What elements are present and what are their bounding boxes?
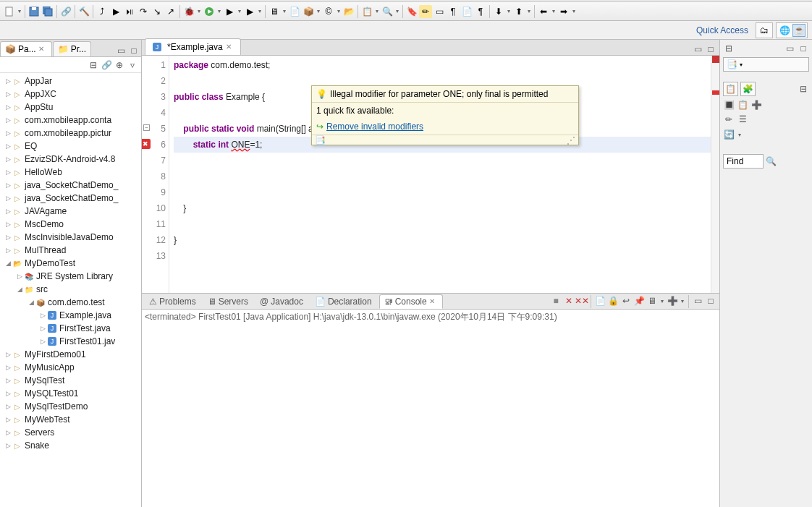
tree-item[interactable]: ◢MyDemoTest [0,257,141,270]
dropdown[interactable]: ▾ [282,5,287,18]
dropdown[interactable]: ▾ [526,5,532,18]
javadoc-tab[interactable]: @Javadoc [255,295,308,308]
tree-item[interactable]: ▷FirstTest01.jav [0,335,141,348]
display-console-button[interactable]: 🖥 [646,295,658,307]
tree-item[interactable]: ▷MulThread [0,244,141,257]
java-perspective[interactable]: ☕ [792,24,805,37]
quick-access-link[interactable]: Quick Access [696,25,748,35]
minimize-button[interactable]: ▭ [115,45,127,56]
tree-item[interactable]: ▷FirstTest.java [0,322,141,335]
twisty-icon[interactable]: ▷ [4,208,12,215]
save-all-button[interactable] [41,5,54,18]
outline-restore-button2[interactable]: 🧩 [740,82,756,96]
overview-ruler[interactable] [711,56,719,293]
tree-item[interactable]: ▷MyWebTest [0,413,141,426]
prev-annotation-button[interactable]: ⬆ [512,5,525,18]
package-explorer-tab[interactable]: 📦 Pa... ✕ [0,41,52,56]
dropdown[interactable]: ▾ [571,5,577,18]
skip-button[interactable]: ⤴ [96,5,109,18]
dropdown[interactable]: ▾ [737,128,743,141]
tree-item[interactable]: ▷com.xmobileapp.conta [0,114,141,127]
project-explorer-tab[interactable]: 📁 Pr... [53,41,91,56]
dropdown[interactable]: ▾ [257,5,263,18]
scroll-lock-button[interactable]: 🔒 [607,295,619,307]
maximize-button[interactable]: □ [128,45,140,56]
back-button[interactable]: ⬅ [537,5,550,18]
dropdown[interactable]: ▾ [551,5,557,18]
dropdown[interactable]: ▾ [659,295,665,308]
tree-item[interactable]: ▷MyMusicApp [0,361,141,374]
tree-item[interactable]: ▷java_SocketChatDemo_ [0,179,141,192]
focus-icon[interactable]: 📑 [315,135,326,145]
twisty-icon[interactable]: ▷ [4,129,12,137]
twisty-icon[interactable]: ▷ [4,103,12,111]
dropdown[interactable]: ▾ [196,5,202,18]
twisty-icon[interactable]: ▷ [4,234,12,241]
open-perspective-button[interactable]: 🗂 [758,24,771,37]
tree-item[interactable]: ◢src [0,283,141,296]
minimize-button[interactable]: ▭ [692,43,703,55]
twisty-icon[interactable]: ▷ [4,351,12,358]
twisty-icon[interactable]: ▷ [4,90,12,98]
remove-launch-button[interactable]: ✕ [563,295,575,307]
outline-restore-button[interactable]: 📑 ▾ [723,57,809,72]
project-tree[interactable]: ▷AppJar▷AppJXC▷AppStu▷com.xmobileapp.con… [0,73,141,507]
tree-item[interactable]: ▷MySqlTest [0,374,141,387]
tree-item[interactable]: ▷AppJXC [0,88,141,101]
tree-item[interactable]: ▷MscDemo [0,218,141,231]
tree-item[interactable]: ▷java_SocketChatDemo_ [0,192,141,205]
tree-item[interactable]: ▷MySqlTestDemo [0,400,141,413]
twisty-icon[interactable]: ▷ [4,364,12,371]
maximize-button[interactable]: □ [705,43,716,55]
tree-item[interactable]: ▷EQ [0,140,141,153]
twisty-icon[interactable]: ▷ [4,377,12,384]
trim-button[interactable]: ☰ [737,114,748,125]
maximize-button[interactable]: □ [705,295,716,307]
open-task-button[interactable]: 📋 [360,5,373,18]
twisty-icon[interactable]: ▷ [4,416,12,423]
new-servlet-button[interactable]: 📄 [288,5,301,18]
dropdown[interactable]: ▾ [506,5,512,18]
twisty-icon[interactable]: ▷ [4,195,12,202]
minimize-button[interactable]: ▭ [692,295,703,307]
tree-item[interactable]: ▷EzvizSDK-Android-v4.8 [0,153,141,166]
minimize-button[interactable]: ▭ [784,43,795,54]
run-last-button[interactable]: ▶ [243,5,256,18]
twisty-icon[interactable]: ▷ [39,325,46,332]
dropdown[interactable]: ▾ [316,5,321,18]
step-button[interactable]: ▶ [109,5,122,18]
tree-item[interactable]: ▷MySQLTest01 [0,387,141,400]
build-button[interactable]: 🔨 [77,5,90,18]
tree-item[interactable]: ▷AppJar [0,74,141,88]
twisty-icon[interactable]: ▷ [4,247,12,254]
pilcrow-button[interactable]: ¶ [474,5,487,18]
coverage-button[interactable]: ▶ [223,5,236,18]
twisty-icon[interactable]: ▷ [4,116,12,124]
tree-item[interactable]: ▷AppStu [0,101,141,114]
trim-button[interactable]: 🔳 [723,99,735,111]
tree-item[interactable]: ▷com.xmobileapp.pictur [0,127,141,140]
twisty-icon[interactable]: ▷ [4,169,12,176]
twisty-icon[interactable]: ◢ [16,286,23,293]
twisty-icon[interactable]: ▷ [16,273,23,280]
quick-fix-link[interactable]: Remove invalid modifiers [326,122,423,132]
java-ee-perspective[interactable]: 🌐 [778,24,791,37]
twisty-icon[interactable]: ▷ [4,403,12,410]
clear-console-button[interactable]: 📄 [594,295,606,307]
toggle-mark-button[interactable]: ✏ [419,5,432,18]
dropdown[interactable]: ▾ [237,5,242,18]
open-type-button[interactable]: 📂 [342,5,355,18]
tree-item[interactable]: ▷JAVAgame [0,205,141,218]
new-server-button[interactable]: 🖥 [268,5,281,18]
pin-console-button[interactable]: 📌 [633,295,645,307]
close-icon[interactable]: ✕ [429,297,438,306]
debug-button[interactable]: 🐞 [182,5,195,18]
maximize-button[interactable]: □ [798,43,809,54]
tree-item[interactable]: ◢com.demo.test [0,296,141,309]
twisty-icon[interactable]: ▷ [39,312,46,319]
view-menu-button[interactable]: ▿ [127,59,138,71]
new-dropdown[interactable]: ▾ [17,5,22,18]
toggle-block-button[interactable]: ▭ [433,5,446,18]
close-icon[interactable]: ✕ [226,43,234,51]
step-into-button[interactable]: ↘ [151,5,164,18]
